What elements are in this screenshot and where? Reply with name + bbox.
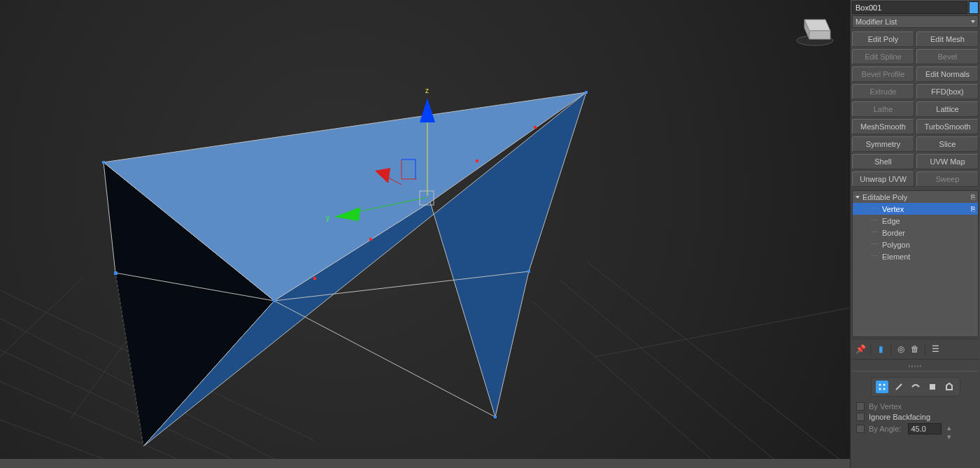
modifier-list-dropdown[interactable]: Modifier List: [852, 15, 979, 28]
modifier-unwrap-uvw-button[interactable]: Unwrap UVW: [852, 171, 914, 187]
svg-marker-29: [420, 98, 435, 122]
modifier-shell-button[interactable]: Shell: [852, 154, 914, 169]
ignore-backfacing-row[interactable]: Ignore Backfacing: [856, 413, 974, 421]
by-angle-checkbox: [856, 425, 865, 433]
by-angle-label: By Angle:: [869, 425, 901, 433]
ignore-backfacing-label: Ignore Backfacing: [869, 413, 930, 421]
stack-toolbar: 📌 ▮ ◎ 🗑 ☰: [852, 339, 979, 360]
selection-rollout: By Vertex Ignore Backfacing By Angle: 45…: [852, 371, 979, 439]
modifier-ffd-box--button[interactable]: FFD(box): [916, 84, 979, 99]
modifier-list-label: Modifier List: [855, 17, 897, 26]
modifier-turbosmooth-button[interactable]: TurboSmooth: [916, 119, 979, 134]
stack-sub-edge[interactable]: ⋯Edge: [853, 215, 978, 227]
collapse-icon[interactable]: [855, 196, 860, 199]
svg-rect-26: [527, 270, 530, 273]
pin-icon[interactable]: ⎘: [971, 205, 975, 213]
modifier-slice-button[interactable]: Slice: [916, 136, 979, 152]
svg-rect-23: [585, 91, 588, 94]
by-vertex-label: By Vertex: [869, 402, 902, 411]
modifier-lattice-button[interactable]: Lattice: [916, 101, 979, 117]
svg-point-43: [879, 384, 881, 386]
border-subobject-button[interactable]: [909, 381, 922, 393]
status-bar: [0, 459, 850, 468]
svg-rect-47: [930, 384, 935, 390]
by-vertex-checkbox: [856, 402, 865, 411]
stack-sub-vertex[interactable]: ⋯Vertex⎘: [853, 203, 978, 215]
svg-rect-27: [494, 416, 497, 418]
ignore-backfacing-checkbox[interactable]: [856, 413, 865, 421]
spinner-down-icon: ▾: [946, 432, 953, 441]
modifier-stack[interactable]: Editable Poly ⎘ ⋯Vertex⎘⋯Edge⋯Border⋯Pol…: [852, 190, 979, 337]
object-color-swatch[interactable]: [969, 1, 979, 14]
svg-line-15: [274, 301, 495, 417]
modifier-lathe-button[interactable]: Lathe: [852, 101, 914, 117]
element-subobject-button[interactable]: [943, 381, 956, 393]
show-end-result-icon[interactable]: ▮: [875, 343, 886, 355]
stack-sub-border[interactable]: ⋯Border: [853, 227, 978, 239]
edge-subobject-button[interactable]: [893, 381, 905, 393]
modifier-sweep-button[interactable]: Sweep: [916, 171, 979, 187]
pin-stack-icon[interactable]: 📌: [855, 343, 866, 355]
angle-spinner: 45.0: [908, 423, 942, 434]
make-unique-icon[interactable]: ◎: [895, 343, 907, 355]
spinner-arrows: ▴ ▾: [946, 423, 953, 434]
configure-icon[interactable]: ☰: [930, 343, 941, 355]
stack-sub-polygon[interactable]: ⋯Polygon: [853, 239, 978, 250]
modifier-edit-poly-button[interactable]: Edit Poly: [852, 31, 914, 47]
rollout-drag-grip[interactable]: [852, 363, 979, 369]
polygon-subobject-button[interactable]: [926, 381, 939, 393]
by-vertex-checkbox-row: By Vertex: [856, 402, 974, 411]
modifier-edit-normals-button[interactable]: Edit Normals: [916, 66, 979, 82]
by-angle-row: By Angle: 45.0 ▴ ▾: [856, 423, 974, 434]
spinner-up-icon: ▴: [946, 423, 953, 432]
vertex-subobject-button[interactable]: [876, 381, 888, 393]
modifier-meshsmooth-button[interactable]: MeshSmooth: [852, 119, 914, 134]
svg-rect-22: [102, 161, 105, 164]
svg-rect-18: [313, 277, 316, 280]
modifier-bevel-profile-button[interactable]: Bevel Profile: [852, 66, 914, 82]
object-name-input[interactable]: [852, 1, 967, 14]
modifier-bevel-button[interactable]: Bevel: [916, 49, 979, 64]
viewcube[interactable]: [787, 7, 843, 49]
modifier-edit-mesh-button[interactable]: Edit Mesh: [916, 31, 979, 47]
svg-rect-21: [534, 126, 537, 129]
stack-root-label: Editable Poly: [862, 193, 907, 201]
mesh-object[interactable]: [0, 0, 850, 468]
modifier-extrude-button[interactable]: Extrude: [852, 84, 914, 99]
stack-sub-element[interactable]: ⋯Element: [853, 250, 978, 262]
svg-point-46: [883, 388, 885, 390]
remove-modifier-icon[interactable]: 🗑: [909, 343, 921, 355]
svg-point-45: [879, 388, 881, 390]
modifier-symmetry-button[interactable]: Symmetry: [852, 136, 914, 152]
pin-icon[interactable]: ⎘: [971, 193, 975, 201]
modifier-uvw-map-button[interactable]: UVW Map: [916, 154, 979, 169]
y-axis-label: y: [326, 214, 329, 222]
chevron-down-icon: [971, 20, 975, 23]
subobject-selector: [871, 377, 960, 397]
svg-rect-25: [273, 299, 276, 302]
svg-rect-24: [114, 271, 118, 275]
svg-rect-19: [369, 238, 372, 241]
modifier-button-grid: Edit PolyEdit MeshEdit SplineBevelBevel …: [852, 31, 979, 187]
svg-marker-42: [809, 31, 830, 39]
z-axis-label: z: [425, 87, 429, 94]
viewport-3d[interactable]: z y: [0, 0, 850, 468]
stack-root[interactable]: Editable Poly ⎘: [853, 191, 978, 203]
command-panel: Modifier List Edit PolyEdit MeshEdit Spl…: [850, 0, 980, 468]
svg-point-44: [883, 384, 885, 386]
modifier-edit-spline-button[interactable]: Edit Spline: [852, 49, 914, 64]
svg-rect-20: [476, 159, 478, 162]
